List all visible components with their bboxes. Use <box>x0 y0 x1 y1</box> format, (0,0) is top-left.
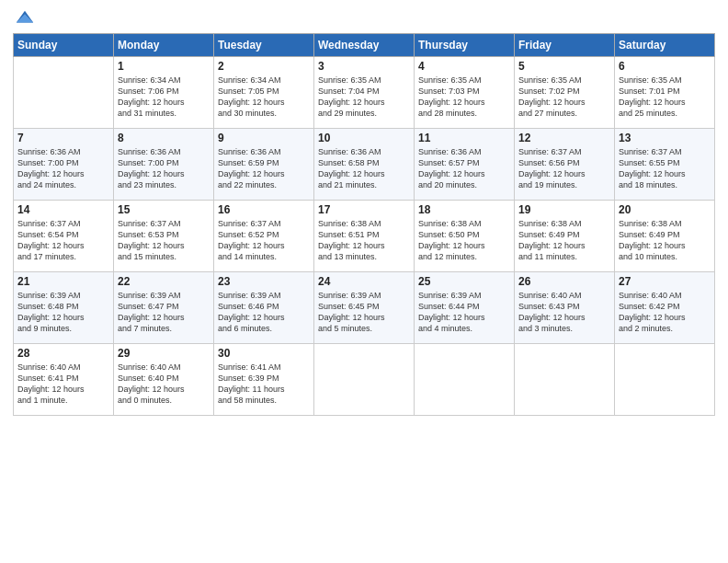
day-of-week-header: Wednesday <box>314 34 415 57</box>
logo <box>13 9 35 28</box>
day-number: 8 <box>118 132 210 144</box>
day-of-week-header: Thursday <box>415 34 515 57</box>
calendar-cell: 11Sunrise: 6:36 AM Sunset: 6:57 PM Dayli… <box>415 129 515 201</box>
day-info: Sunrise: 6:35 AM Sunset: 7:02 PM Dayligh… <box>518 75 610 120</box>
day-info: Sunrise: 6:39 AM Sunset: 6:46 PM Dayligh… <box>218 290 310 335</box>
calendar-cell: 30Sunrise: 6:41 AM Sunset: 6:39 PM Dayli… <box>214 344 314 416</box>
day-info: Sunrise: 6:37 AM Sunset: 6:52 PM Dayligh… <box>218 218 310 263</box>
day-number: 11 <box>418 132 510 144</box>
day-number: 10 <box>318 132 410 144</box>
day-info: Sunrise: 6:41 AM Sunset: 6:39 PM Dayligh… <box>218 362 310 407</box>
day-info: Sunrise: 6:37 AM Sunset: 6:54 PM Dayligh… <box>17 218 109 263</box>
day-info: Sunrise: 6:39 AM Sunset: 6:48 PM Dayligh… <box>17 290 109 335</box>
day-info: Sunrise: 6:40 AM Sunset: 6:40 PM Dayligh… <box>118 362 210 407</box>
day-number: 28 <box>17 347 109 360</box>
day-info: Sunrise: 6:40 AM Sunset: 6:43 PM Dayligh… <box>518 290 610 335</box>
calendar-cell <box>14 57 114 129</box>
day-number: 2 <box>218 60 310 73</box>
calendar-week-row: 21Sunrise: 6:39 AM Sunset: 6:48 PM Dayli… <box>14 272 715 344</box>
day-number: 3 <box>318 60 410 73</box>
logo-icon <box>15 7 35 28</box>
day-info: Sunrise: 6:34 AM Sunset: 7:06 PM Dayligh… <box>118 75 210 120</box>
day-of-week-header: Friday <box>515 34 615 57</box>
day-number: 16 <box>218 203 310 216</box>
day-info: Sunrise: 6:38 AM Sunset: 6:49 PM Dayligh… <box>518 218 610 263</box>
calendar-cell: 2Sunrise: 6:34 AM Sunset: 7:05 PM Daylig… <box>214 57 314 129</box>
day-number: 1 <box>118 60 210 73</box>
day-info: Sunrise: 6:38 AM Sunset: 6:49 PM Dayligh… <box>619 218 711 263</box>
day-info: Sunrise: 6:35 AM Sunset: 7:03 PM Dayligh… <box>418 75 510 120</box>
day-of-week-header: Monday <box>114 34 214 57</box>
day-of-week-header: Tuesday <box>214 34 314 57</box>
day-number: 13 <box>619 132 711 144</box>
day-number: 9 <box>218 132 310 144</box>
day-number: 24 <box>318 275 410 288</box>
calendar-cell: 28Sunrise: 6:40 AM Sunset: 6:41 PM Dayli… <box>14 344 114 416</box>
day-number: 17 <box>318 203 410 216</box>
calendar-header-row: SundayMondayTuesdayWednesdayThursdayFrid… <box>14 34 715 57</box>
day-number: 6 <box>619 60 711 73</box>
day-info: Sunrise: 6:40 AM Sunset: 6:41 PM Dayligh… <box>17 362 109 407</box>
logo-text <box>13 9 35 28</box>
calendar-cell <box>615 344 715 416</box>
day-info: Sunrise: 6:35 AM Sunset: 7:01 PM Dayligh… <box>619 75 711 120</box>
day-number: 30 <box>218 347 310 360</box>
day-info: Sunrise: 6:37 AM Sunset: 6:53 PM Dayligh… <box>118 218 210 263</box>
day-info: Sunrise: 6:36 AM Sunset: 6:57 PM Dayligh… <box>418 146 510 191</box>
day-info: Sunrise: 6:36 AM Sunset: 7:00 PM Dayligh… <box>17 146 109 191</box>
day-info: Sunrise: 6:38 AM Sunset: 6:50 PM Dayligh… <box>418 218 510 263</box>
day-number: 12 <box>518 132 610 144</box>
calendar-week-row: 1Sunrise: 6:34 AM Sunset: 7:06 PM Daylig… <box>14 57 715 129</box>
calendar-week-row: 28Sunrise: 6:40 AM Sunset: 6:41 PM Dayli… <box>14 344 715 416</box>
calendar-cell: 7Sunrise: 6:36 AM Sunset: 7:00 PM Daylig… <box>14 129 114 201</box>
day-number: 29 <box>118 347 210 360</box>
day-info: Sunrise: 6:40 AM Sunset: 6:42 PM Dayligh… <box>619 290 711 335</box>
day-number: 15 <box>118 203 210 216</box>
calendar-cell: 23Sunrise: 6:39 AM Sunset: 6:46 PM Dayli… <box>214 272 314 344</box>
day-info: Sunrise: 6:36 AM Sunset: 6:59 PM Dayligh… <box>218 146 310 191</box>
day-number: 19 <box>518 203 610 216</box>
calendar-cell: 4Sunrise: 6:35 AM Sunset: 7:03 PM Daylig… <box>415 57 515 129</box>
calendar-cell: 16Sunrise: 6:37 AM Sunset: 6:52 PM Dayli… <box>214 201 314 272</box>
calendar-cell: 29Sunrise: 6:40 AM Sunset: 6:40 PM Dayli… <box>114 344 214 416</box>
calendar-week-row: 7Sunrise: 6:36 AM Sunset: 7:00 PM Daylig… <box>14 129 715 201</box>
calendar-cell <box>515 344 615 416</box>
day-info: Sunrise: 6:35 AM Sunset: 7:04 PM Dayligh… <box>318 75 410 120</box>
day-info: Sunrise: 6:38 AM Sunset: 6:51 PM Dayligh… <box>318 218 410 263</box>
calendar-cell: 19Sunrise: 6:38 AM Sunset: 6:49 PM Dayli… <box>515 201 615 272</box>
calendar-cell: 5Sunrise: 6:35 AM Sunset: 7:02 PM Daylig… <box>515 57 615 129</box>
day-number: 4 <box>418 60 510 73</box>
day-of-week-header: Sunday <box>14 34 114 57</box>
day-info: Sunrise: 6:39 AM Sunset: 6:47 PM Dayligh… <box>118 290 210 335</box>
calendar-cell: 24Sunrise: 6:39 AM Sunset: 6:45 PM Dayli… <box>314 272 415 344</box>
day-number: 25 <box>418 275 510 288</box>
day-info: Sunrise: 6:36 AM Sunset: 7:00 PM Dayligh… <box>118 146 210 191</box>
svg-marker-1 <box>17 14 33 22</box>
calendar-cell: 26Sunrise: 6:40 AM Sunset: 6:43 PM Dayli… <box>515 272 615 344</box>
calendar-cell: 15Sunrise: 6:37 AM Sunset: 6:53 PM Dayli… <box>114 201 214 272</box>
header <box>13 9 715 28</box>
calendar-cell: 21Sunrise: 6:39 AM Sunset: 6:48 PM Dayli… <box>14 272 114 344</box>
calendar-cell: 3Sunrise: 6:35 AM Sunset: 7:04 PM Daylig… <box>314 57 415 129</box>
calendar-cell <box>415 344 515 416</box>
calendar-cell: 10Sunrise: 6:36 AM Sunset: 6:58 PM Dayli… <box>314 129 415 201</box>
day-number: 18 <box>418 203 510 216</box>
day-info: Sunrise: 6:36 AM Sunset: 6:58 PM Dayligh… <box>318 146 410 191</box>
day-number: 23 <box>218 275 310 288</box>
day-info: Sunrise: 6:37 AM Sunset: 6:55 PM Dayligh… <box>619 146 711 191</box>
day-info: Sunrise: 6:39 AM Sunset: 6:45 PM Dayligh… <box>318 290 410 335</box>
page: SundayMondayTuesdayWednesdayThursdayFrid… <box>0 0 728 563</box>
day-info: Sunrise: 6:39 AM Sunset: 6:44 PM Dayligh… <box>418 290 510 335</box>
day-of-week-header: Saturday <box>615 34 715 57</box>
calendar-cell: 20Sunrise: 6:38 AM Sunset: 6:49 PM Dayli… <box>615 201 715 272</box>
day-info: Sunrise: 6:34 AM Sunset: 7:05 PM Dayligh… <box>218 75 310 120</box>
day-number: 27 <box>619 275 711 288</box>
calendar-cell: 18Sunrise: 6:38 AM Sunset: 6:50 PM Dayli… <box>415 201 515 272</box>
calendar-cell: 22Sunrise: 6:39 AM Sunset: 6:47 PM Dayli… <box>114 272 214 344</box>
calendar-cell: 14Sunrise: 6:37 AM Sunset: 6:54 PM Dayli… <box>14 201 114 272</box>
day-number: 14 <box>17 203 109 216</box>
day-number: 5 <box>518 60 610 73</box>
calendar-cell: 25Sunrise: 6:39 AM Sunset: 6:44 PM Dayli… <box>415 272 515 344</box>
calendar-cell: 17Sunrise: 6:38 AM Sunset: 6:51 PM Dayli… <box>314 201 415 272</box>
calendar-week-row: 14Sunrise: 6:37 AM Sunset: 6:54 PM Dayli… <box>14 201 715 272</box>
